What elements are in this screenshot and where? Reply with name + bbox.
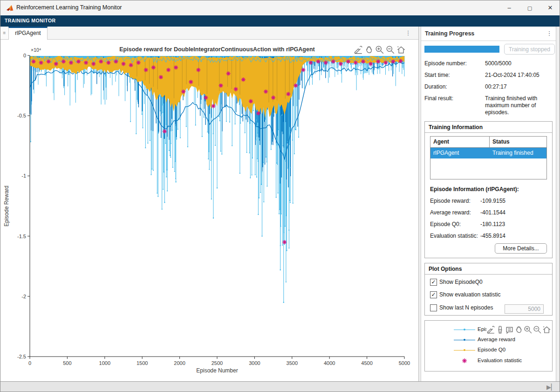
legend-asterisk-marker (461, 358, 468, 364)
stat-value: -180.1123 (480, 221, 505, 227)
episode-reward-chart[interactable]: Episode reward for DoubleIntegratorConti… (0, 40, 418, 381)
last-n-episodes-input[interactable] (505, 304, 544, 314)
checkbox-label: Show EpisodeQ0 (439, 279, 483, 285)
close-button[interactable]: ✕ (540, 0, 560, 15)
title-bar: Reinforcement Learning Training Monitor … (0, 0, 560, 15)
stat-value: -109.9155 (480, 198, 505, 204)
zoom-in-icon[interactable] (524, 325, 533, 334)
svg-text:4000: 4000 (324, 360, 335, 366)
svg-text:5000: 5000 (399, 360, 410, 366)
training-chart-figure: Episode reward for DoubleIntegratorConti… (0, 40, 418, 381)
checkbox[interactable]: ✓ (430, 279, 437, 286)
training-information-title: Training Information (425, 122, 552, 133)
toolstrip-tab-training-monitor[interactable]: TRAINING MONITOR (5, 18, 55, 23)
training-progress-panel: Training Progress ⋮ Training stopped Epi… (421, 27, 556, 381)
progress-fill (424, 46, 499, 53)
training-information-card: Training Information AgentStatusrlPGAgen… (424, 121, 553, 258)
app-window: Reinforcement Learning Training Monitor … (0, 0, 560, 392)
zoom-out-icon[interactable] (533, 325, 542, 334)
checkbox-label: Show last N episodes (439, 304, 493, 311)
legend-card: Episode rewardAverage rewardEpisode Q0Ev… (424, 320, 553, 371)
field-value: Training finished with maximum number of… (485, 95, 554, 116)
panel-title: Training Progress (425, 30, 474, 37)
more-details-button[interactable]: More Details... (495, 243, 547, 254)
tab-bar-menu-icon[interactable]: ⋮ (404, 30, 412, 36)
legend-axes-toolbar (486, 324, 551, 335)
export-pen-icon[interactable] (486, 325, 495, 334)
panel-menu-icon[interactable]: ⋮ (546, 30, 553, 37)
svg-text:-2.5: -2.5 (17, 354, 26, 359)
col-status: Status (490, 137, 546, 147)
agent-status-table: AgentStatusrlPGAgentTraining finished (430, 136, 547, 179)
table-header-row: AgentStatus (430, 137, 546, 148)
document-tab-bar: ≡ rlPGAgent ⋮ (0, 27, 418, 40)
collapsed-panel-gutter[interactable] (556, 27, 560, 381)
plot-options-card: Plot Options ✓Show EpisodeQ0✓Show evalua… (424, 263, 553, 316)
svg-text:-0.5: -0.5 (17, 113, 26, 118)
stat-label: Episode reward: (430, 198, 471, 204)
svg-text:3500: 3500 (287, 360, 298, 366)
svg-text:Episode Reward: Episode Reward (3, 186, 10, 227)
checkbox[interactable]: ✓ (430, 291, 437, 298)
tab-rlpgagent[interactable]: rlPGAgent (8, 27, 48, 40)
datatip-icon[interactable] (505, 325, 514, 334)
checkbox[interactable] (430, 304, 437, 311)
col-agent: Agent (430, 137, 490, 147)
legend-item[interactable]: Average reward (425, 336, 552, 345)
svg-text:1000: 1000 (99, 360, 110, 366)
svg-text:-1: -1 (21, 173, 26, 179)
toolstrip: TRAINING MONITOR (0, 15, 560, 27)
minimize-button[interactable]: – (499, 0, 519, 15)
pan-hand-icon[interactable] (364, 45, 374, 55)
svg-text:0: 0 (23, 53, 26, 58)
export-pen-icon[interactable] (354, 45, 363, 55)
cell-status: Training finished (490, 148, 546, 158)
training-progress-bar (424, 46, 499, 53)
field-label: Episode number: (424, 60, 467, 67)
legend-label: Episode Q0 (478, 347, 505, 352)
window-title: Reinforcement Learning Training Monitor (16, 4, 122, 11)
zoom-out-icon[interactable] (386, 45, 395, 55)
stat-label: Evaluation statistic: (430, 233, 478, 239)
status-bar: ▶▏ (0, 381, 560, 392)
field-label: Duration: (424, 83, 447, 90)
legend-marker-dot (464, 349, 465, 351)
legend-marker-dot (464, 339, 465, 341)
maximize-button[interactable]: ▢ (519, 0, 540, 15)
stat-label: Average reward: (430, 209, 471, 216)
svg-text:×10⁴: ×10⁴ (31, 47, 41, 53)
plot-options-title: Plot Options (425, 263, 552, 275)
svg-text:2000: 2000 (174, 360, 185, 366)
home-icon[interactable] (396, 45, 406, 55)
panel-header: Training Progress ⋮ (421, 27, 556, 41)
cell-agent: rlPGAgent (430, 148, 490, 158)
svg-text:0: 0 (28, 360, 31, 366)
svg-text:3000: 3000 (249, 360, 260, 366)
training-stopped-button[interactable]: Training stopped (504, 44, 555, 55)
episode-information-title: Episode Information (rlPGAgent): (430, 186, 519, 193)
svg-text:-2: -2 (21, 294, 26, 299)
field-value: 21-Oct-2024 17:40:05 (485, 72, 554, 79)
svg-text:Episode Number: Episode Number (196, 367, 238, 374)
svg-text:4500: 4500 (361, 360, 372, 366)
pan-hand-icon[interactable] (514, 325, 523, 334)
tab-grip-icon[interactable]: ≡ (0, 27, 9, 39)
legend-item[interactable]: Evaluation statistic (425, 357, 552, 366)
field-label: Final result: (424, 95, 453, 102)
expand-panel-icon[interactable]: ▶▏ (546, 384, 556, 391)
brush-icon[interactable] (496, 325, 505, 334)
table-row[interactable]: rlPGAgentTraining finished (430, 148, 546, 158)
svg-text:2500: 2500 (212, 360, 223, 366)
matlab-logo-icon (6, 4, 14, 12)
zoom-in-icon[interactable] (375, 45, 384, 55)
field-value: 00:27:17 (485, 83, 554, 90)
stat-value: -401.1544 (480, 209, 505, 216)
svg-text:500: 500 (63, 360, 71, 366)
svg-text:1500: 1500 (137, 360, 148, 366)
field-value: 5000/5000 (485, 60, 554, 67)
legend-marker-dot (464, 329, 465, 330)
svg-text:-1.5: -1.5 (17, 234, 26, 239)
home-icon[interactable] (542, 325, 551, 334)
legend-label: Average reward (478, 337, 515, 342)
legend-item[interactable]: Episode Q0 (425, 346, 552, 355)
